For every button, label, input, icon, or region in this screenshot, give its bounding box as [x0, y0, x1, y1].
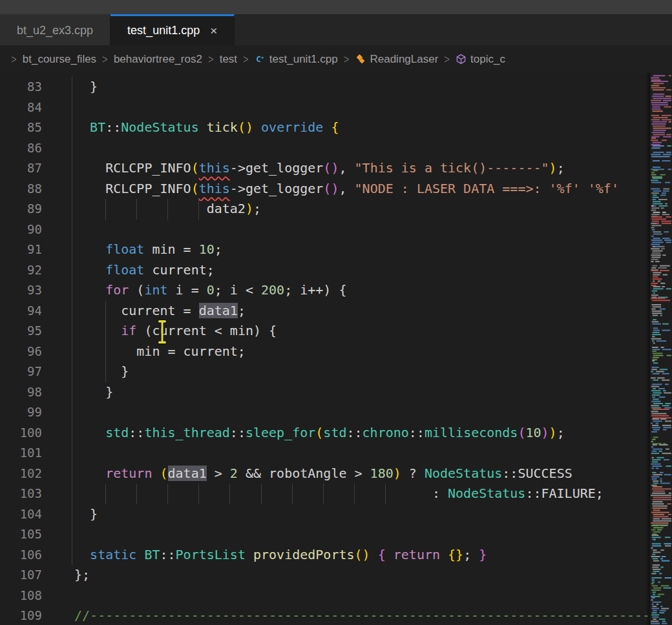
line-number[interactable]: 84	[0, 97, 42, 118]
line-number[interactable]: 93	[0, 280, 42, 301]
code-line[interactable]: 104 }	[0, 504, 672, 525]
code-line[interactable]: 94 current = data1;	[0, 301, 672, 322]
code-text[interactable]: std::this_thread::sleep_for(std::chrono:…	[74, 423, 565, 444]
code-line[interactable]: 93 for (int i = 0; i < 200; i++) {	[0, 280, 672, 301]
code-text[interactable]: : NodeStatus::FAILURE;	[74, 484, 604, 504]
line-number[interactable]: 88	[0, 179, 42, 200]
code-line[interactable]: 84	[0, 97, 672, 118]
code-line[interactable]: 96 min = current;	[0, 342, 672, 362]
code-line[interactable]: 99	[0, 402, 672, 423]
breadcrumb-item-topic_c[interactable]: topic_c	[456, 53, 505, 66]
code-line[interactable]: 98 }	[0, 382, 672, 403]
code-line[interactable]: 88 RCLCPP_INFO(this->get_logger(), "NODE…	[0, 179, 672, 200]
line-number[interactable]: 94	[0, 301, 42, 322]
code-text[interactable]: current = data1;	[74, 301, 246, 322]
code-line[interactable]: 101	[0, 443, 672, 464]
code-text[interactable]: };	[74, 565, 90, 586]
editor-pane[interactable]: 83 }8485 BT::NodeStatus tick() override …	[0, 73, 672, 625]
code-text[interactable]: }	[74, 504, 98, 525]
code-line[interactable]: 103 : NodeStatus::FAILURE;	[0, 484, 672, 504]
line-number[interactable]: 98	[0, 382, 42, 403]
code-text[interactable]: BT::NodeStatus tick() override {	[74, 118, 339, 138]
code-text[interactable]: float min = 10;	[74, 240, 222, 260]
code-line[interactable]: 90	[0, 220, 672, 240]
minimap[interactable]	[650, 73, 672, 625]
line-number[interactable]: 108	[0, 586, 42, 606]
code-line[interactable]: 91 float min = 10;	[0, 240, 672, 260]
code-text[interactable]: static BT::PortsList providedPorts() { r…	[74, 545, 487, 566]
code-text[interactable]: }	[74, 77, 98, 97]
indent-guide	[72, 158, 72, 179]
line-number[interactable]: 103	[0, 484, 42, 504]
line-number[interactable]: 90	[0, 220, 42, 240]
code-line[interactable]: 108	[0, 586, 672, 606]
tab-close-icon[interactable]: ×	[210, 25, 217, 37]
code-line[interactable]: 92 float current;	[0, 260, 672, 281]
line-number[interactable]: 100	[0, 423, 42, 444]
code-line[interactable]: 89 data2);	[0, 199, 672, 220]
window-titlebar	[0, 0, 672, 14]
code-text[interactable]: return (data1 > 2 && robotAngle > 180) ?…	[74, 464, 572, 484]
line-number[interactable]: 105	[0, 524, 42, 545]
code-line[interactable]: 97 }	[0, 362, 672, 382]
breadcrumb-item-bt_course_files[interactable]: bt_course_files	[23, 53, 96, 66]
code-line[interactable]: 83 }	[0, 77, 672, 97]
code-text[interactable]: data2);	[74, 199, 261, 220]
indent-guide	[72, 240, 72, 260]
line-number[interactable]: 107	[0, 565, 42, 586]
chevron-right-icon: >	[11, 52, 17, 66]
line-number[interactable]: 91	[0, 240, 42, 260]
code-line[interactable]: 87 RCLCPP_INFO(this->get_logger(), "This…	[0, 158, 672, 179]
code-text[interactable]: for (int i = 0; i < 200; i++) {	[74, 280, 346, 301]
tab-bt_u2_ex3-cpp[interactable]: bt_u2_ex3.cpp	[0, 14, 110, 45]
line-number[interactable]: 83	[0, 77, 42, 97]
indent-guide	[72, 362, 72, 382]
line-number[interactable]: 104	[0, 504, 42, 525]
line-number[interactable]: 99	[0, 402, 42, 423]
code-lines: 83 }8485 BT::NodeStatus tick() override …	[0, 77, 672, 625]
code-line[interactable]: 102 return (data1 > 2 && robotAngle > 18…	[0, 464, 672, 484]
line-number[interactable]: 89	[0, 199, 42, 220]
code-text[interactable]: RCLCPP_INFO(this->get_logger(), "NODE : …	[74, 179, 619, 200]
breadcrumb-label: topic_c	[470, 53, 505, 66]
indent-guide	[72, 402, 72, 423]
code-line[interactable]: 100 std::this_thread::sleep_for(std::chr…	[0, 423, 672, 444]
code-text[interactable]: if (current < min) {	[74, 321, 277, 342]
indent-guide	[72, 545, 72, 566]
breadcrumb-item-test_unit1-cpp[interactable]: C+test_unit1.cpp	[255, 53, 338, 66]
indent-guide	[72, 524, 72, 545]
breadcrumb-label: bt_course_files	[23, 53, 96, 66]
line-number[interactable]: 109	[0, 606, 42, 625]
indent-guide	[72, 464, 72, 484]
code-line[interactable]: 106 static BT::PortsList providedPorts()…	[0, 545, 672, 566]
line-number[interactable]: 92	[0, 260, 42, 281]
line-number[interactable]: 96	[0, 342, 42, 362]
line-number[interactable]: 87	[0, 158, 42, 179]
code-text[interactable]: }	[74, 362, 129, 382]
code-text[interactable]: min = current;	[74, 342, 246, 362]
line-number[interactable]: 97	[0, 362, 42, 382]
code-line[interactable]: 95 if (current < min) {	[0, 321, 672, 342]
code-text[interactable]: }	[74, 382, 113, 403]
indent-guide	[72, 118, 72, 138]
line-number[interactable]: 106	[0, 545, 42, 566]
code-line[interactable]: 85 BT::NodeStatus tick() override {	[0, 118, 672, 138]
breadcrumb-item-behaviortree_ros2[interactable]: behaviortree_ros2	[114, 53, 202, 66]
breadcrumb-label: test	[220, 53, 237, 66]
line-number[interactable]: 95	[0, 321, 42, 342]
breadcrumb-item-test[interactable]: test	[220, 53, 237, 66]
code-line[interactable]: 107};	[0, 565, 672, 586]
line-number[interactable]: 86	[0, 138, 42, 159]
code-line[interactable]: 105	[0, 524, 672, 545]
line-number[interactable]: 102	[0, 464, 42, 484]
tab-test_unit1-cpp[interactable]: test_unit1.cpp×	[110, 14, 235, 45]
code-line[interactable]: 109//-----------------------------------…	[0, 606, 672, 625]
code-text[interactable]: //--------------------------------------…	[74, 606, 658, 625]
indent-guide	[72, 382, 72, 403]
breadcrumb-item-ReadingLaser[interactable]: ReadingLaser	[355, 53, 438, 66]
line-number[interactable]: 85	[0, 118, 42, 138]
code-text[interactable]: RCLCPP_INFO(this->get_logger(), "This is…	[74, 158, 565, 179]
code-text[interactable]: float current;	[74, 260, 215, 281]
code-line[interactable]: 86	[0, 138, 672, 159]
line-number[interactable]: 101	[0, 443, 42, 464]
